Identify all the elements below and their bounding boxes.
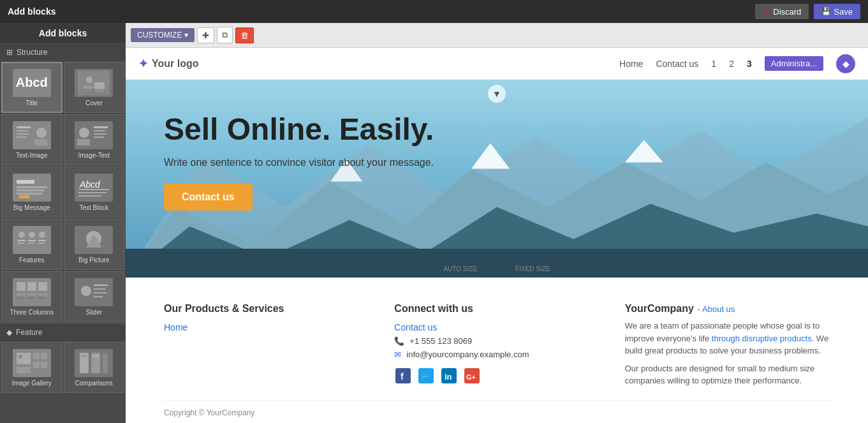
block-three-columns[interactable]: Three Columns	[1, 271, 63, 322]
nav-page3[interactable]: 3	[747, 59, 752, 69]
chevron-down-icon: ▾	[184, 31, 188, 40]
main-layout: Add blocks ⊞ Structure Abcd Title	[0, 23, 868, 423]
svg-rect-6	[17, 126, 31, 128]
nav-contact[interactable]: Contact us	[656, 59, 698, 69]
block-slider[interactable]: Slider	[64, 271, 125, 322]
hero-contact-button[interactable]: Contact us	[164, 184, 253, 211]
svg-rect-58	[94, 296, 103, 297]
delete-block-button[interactable]: 🗑	[235, 27, 254, 43]
bigmsg-block-icon	[13, 174, 51, 202]
block-big-message[interactable]: Big Message	[1, 167, 63, 218]
svg-rect-55	[94, 285, 108, 286]
hero-section: ▼ Sell Online. Easily. Write one sentenc…	[126, 80, 868, 278]
svg-rect-29	[78, 195, 101, 197]
trash-icon: 🗑	[240, 31, 249, 40]
footer-col1-title: Our Products & Services	[164, 303, 369, 315]
sidebar-header: Add blocks	[0, 23, 126, 43]
svg-rect-66	[41, 362, 47, 368]
nav-page2[interactable]: 2	[729, 59, 734, 69]
grid-icon: ⊞	[6, 48, 13, 57]
svg-rect-36	[38, 240, 46, 241]
svg-rect-47	[17, 293, 26, 295]
customize-toolbar: CUSTOMIZE ▾ ✚ ⧉ 🗑	[126, 23, 868, 48]
svg-rect-57	[94, 292, 107, 293]
threecol-block-label: Three Columns	[10, 309, 54, 316]
googleplus-icon[interactable]: G+	[463, 367, 481, 385]
comparisons-block-icon	[75, 349, 113, 377]
svg-point-54	[81, 286, 91, 296]
svg-rect-39	[38, 242, 45, 244]
features-block-icon	[13, 226, 51, 254]
company-about-link[interactable]: - About us	[698, 304, 735, 314]
sidebar-title: Add blocks	[39, 28, 87, 38]
svg-rect-64	[41, 353, 47, 359]
svg-text:f: f	[401, 371, 404, 382]
nav-home[interactable]: Home	[619, 59, 643, 69]
block-text-image[interactable]: Text-Image	[1, 114, 63, 165]
customize-label: CUSTOMIZE	[137, 31, 182, 40]
svg-text:G+: G+	[466, 373, 476, 381]
save-button[interactable]: 💾 Save	[814, 4, 860, 19]
sidebar: Add blocks ⊞ Structure Abcd Title	[0, 23, 126, 423]
block-features[interactable]: Features	[1, 219, 63, 270]
svg-rect-50	[17, 297, 23, 299]
add-block-button[interactable]: ✚	[197, 27, 214, 43]
slider-block-label: Slider	[85, 309, 102, 316]
svg-rect-37	[18, 242, 24, 244]
footer-home-link[interactable]: Home	[164, 322, 369, 332]
discard-label: Discard	[773, 7, 801, 17]
diamond-icon: ◆	[6, 328, 12, 337]
twitter-icon[interactable]: 🐦	[417, 367, 435, 385]
company-desc1: We are a team of passionate people whose…	[625, 320, 830, 357]
section-feature: ◆ Feature	[0, 323, 126, 341]
footer-email: ✉ info@yourcompany.example.com	[394, 350, 599, 359]
facebook-icon[interactable]: f	[394, 367, 412, 385]
block-image-text[interactable]: Image-Text	[64, 114, 125, 165]
hero-title: Sell Online. Easily.	[164, 112, 830, 147]
top-bar-actions: ✕ Discard 💾 Save	[755, 4, 860, 19]
linkedin-icon[interactable]: in	[440, 367, 458, 385]
discard-button[interactable]: ✕ Discard	[755, 4, 809, 19]
block-text-block[interactable]: Abcd Text Block	[64, 167, 125, 218]
logo-text: Your logo	[152, 58, 198, 70]
footer-contact-link[interactable]: Contact us	[394, 322, 599, 332]
svg-rect-35	[28, 240, 36, 241]
nav-page1[interactable]: 1	[711, 59, 716, 69]
cover-block-icon	[75, 69, 113, 97]
footer-phone: 📞 +1 555 123 8069	[394, 336, 599, 346]
nav-avatar[interactable]: ◆	[836, 54, 855, 73]
site-logo: ✦ Your logo	[138, 57, 619, 71]
save-icon: 💾	[821, 7, 831, 16]
svg-rect-24	[19, 195, 29, 198]
logo-icon: ✦	[138, 57, 148, 71]
plus-icon: ✚	[202, 31, 209, 40]
footer-col2: Connect with us Contact us 📞 +1 555 123 …	[394, 303, 599, 387]
svg-rect-18	[94, 137, 104, 138]
threecol-block-icon	[13, 278, 51, 306]
customize-button[interactable]: CUSTOMIZE ▾	[131, 28, 195, 42]
cover-block-label: Cover	[85, 100, 103, 107]
top-bar: Add blocks ✕ Discard 💾 Save	[0, 0, 868, 23]
block-comparisons[interactable]: Comparisons	[64, 342, 125, 393]
footer-col1: Our Products & Services Home	[164, 303, 369, 387]
svg-rect-9	[17, 137, 27, 138]
auto-size-label: AUTO SIZE	[443, 265, 477, 272]
block-cover[interactable]: Cover	[64, 62, 125, 113]
save-label: Save	[834, 7, 853, 17]
x-icon: ✕	[763, 6, 770, 17]
svg-rect-49	[38, 293, 47, 295]
block-title[interactable]: Abcd Title	[1, 62, 63, 113]
footer-copyright: Copyright © YourCompany	[164, 400, 830, 417]
fixed-size-label: FIXED SIZE	[515, 265, 550, 272]
footer-col2-title: Connect with us	[394, 303, 599, 315]
nav-admin[interactable]: Administra...	[765, 56, 823, 71]
svg-rect-48	[27, 293, 36, 295]
svg-rect-65	[33, 362, 40, 368]
footer-grid: Our Products & Services Home Connect wit…	[164, 303, 830, 387]
copy-block-button[interactable]: ⧉	[217, 27, 233, 43]
title-block-icon: Abcd	[13, 69, 51, 97]
block-image-gallery[interactable]: Image Gallery	[1, 342, 63, 393]
company-name: YourCompany	[625, 303, 694, 315]
block-big-picture[interactable]: Big Picture	[64, 219, 125, 270]
textblock-block-label: Text Block	[79, 204, 108, 211]
